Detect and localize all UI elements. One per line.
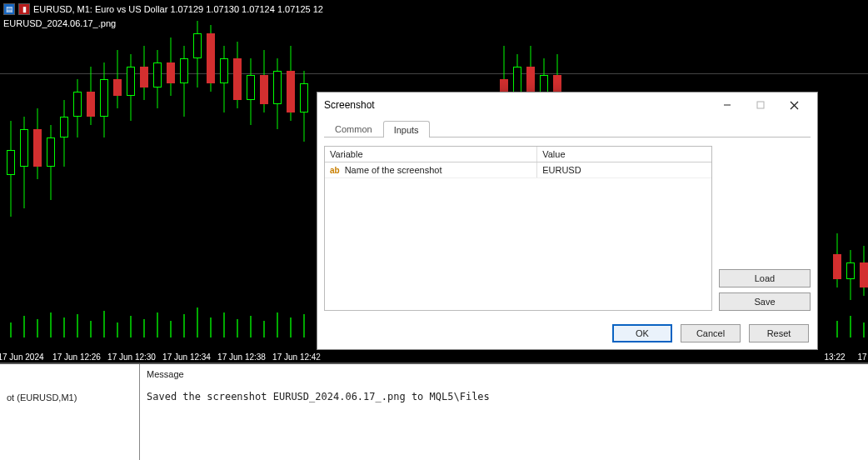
svg-rect-1 xyxy=(757,102,764,108)
log-message: Saved the screenshot EURUSD_2024.06.17_.… xyxy=(147,391,861,402)
dialog-title: Screenshot xyxy=(324,99,711,111)
x-axis-label: 17 Jun 12:30 xyxy=(107,352,156,362)
load-button[interactable]: Load xyxy=(719,269,811,288)
x-axis-label: 17 Jun 12:38 xyxy=(217,352,266,362)
col-variable: Variable xyxy=(325,147,537,162)
x-axis-label: 17 Jun 2024 xyxy=(0,352,44,362)
row-variable-name: Name of the screenshot xyxy=(345,165,442,175)
dialog-body: Common Inputs Variable Value abName of t… xyxy=(317,118,817,318)
minimize-button[interactable] xyxy=(711,93,744,117)
dialog-footer: OK Cancel Reset xyxy=(317,318,817,349)
log-panel: ot (EURUSD,M1) Message Saved the screens… xyxy=(0,362,868,460)
save-button[interactable]: Save xyxy=(719,292,811,311)
x-axis-label: 17 Jun 12:42 xyxy=(272,352,321,362)
tab-common[interactable]: Common xyxy=(324,120,383,137)
log-header: Message xyxy=(147,369,861,379)
dialog-titlebar[interactable]: Screenshot xyxy=(317,92,817,118)
side-buttons: Load Save xyxy=(719,146,811,311)
ok-button[interactable]: OK xyxy=(612,324,672,342)
tab-inputs[interactable]: Inputs xyxy=(383,121,430,138)
table-row[interactable]: abName of the screenshot EURUSD xyxy=(325,162,711,178)
dialog-content: Variable Value abName of the screenshot … xyxy=(324,138,811,311)
inputs-table[interactable]: Variable Value abName of the screenshot … xyxy=(324,146,712,311)
table-header: Variable Value xyxy=(325,147,711,162)
x-axis-label: 17 Jun 12:26 xyxy=(52,352,101,362)
log-source: ot (EURUSD,M1) xyxy=(7,392,132,402)
x-axis-label: 17 xyxy=(857,352,866,362)
close-button[interactable] xyxy=(777,93,811,117)
x-axis-label: 13:22 xyxy=(824,352,845,362)
string-type-icon: ab xyxy=(330,166,340,175)
log-source-column: ot (EURUSD,M1) xyxy=(0,364,140,460)
row-variable-cell: abName of the screenshot xyxy=(325,162,537,178)
reset-button[interactable]: Reset xyxy=(749,324,809,342)
x-axis-label: 17 Jun 12:34 xyxy=(162,352,211,362)
dialog-tabs: Common Inputs xyxy=(324,118,811,138)
screenshot-dialog: Screenshot Common Inputs Variable Value xyxy=(317,92,818,350)
log-message-column: Message Saved the screenshot EURUSD_2024… xyxy=(140,364,868,460)
col-value: Value xyxy=(537,147,711,162)
cancel-button[interactable]: Cancel xyxy=(681,324,741,342)
row-value-cell[interactable]: EURUSD xyxy=(537,162,711,178)
maximize-button[interactable] xyxy=(744,93,777,117)
